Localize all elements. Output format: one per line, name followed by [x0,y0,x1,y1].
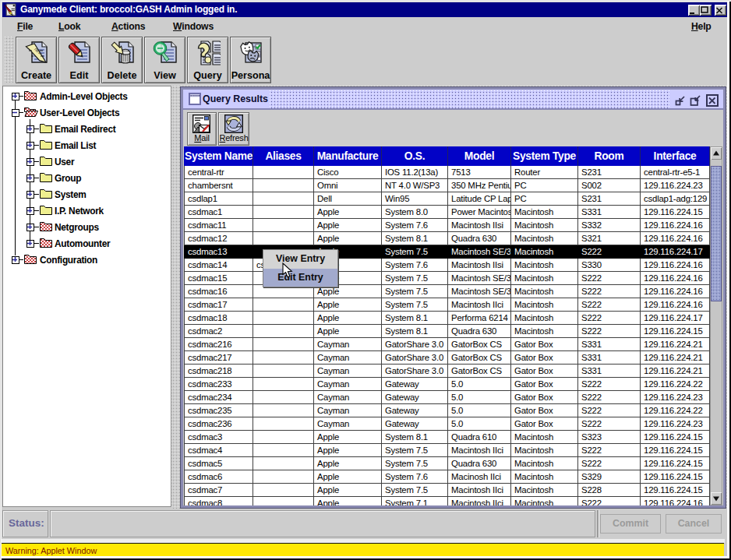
svg-text:User-Level Objects: User-Level Objects [40,107,120,118]
svg-text:Group: Group [55,173,81,184]
svg-text:Email List: Email List [55,140,97,151]
svg-text:Automounter: Automounter [55,238,111,249]
svg-text:User: User [55,157,75,167]
svg-text:Configuration: Configuration [40,255,97,266]
svg-text:I.P. Network: I.P. Network [55,206,104,217]
svg-text:Admin-Level Objects: Admin-Level Objects [40,91,128,102]
svg-text:Netgroups: Netgroups [55,222,99,233]
svg-text:Email Redirect: Email Redirect [55,124,116,135]
svg-text:System: System [55,189,87,200]
